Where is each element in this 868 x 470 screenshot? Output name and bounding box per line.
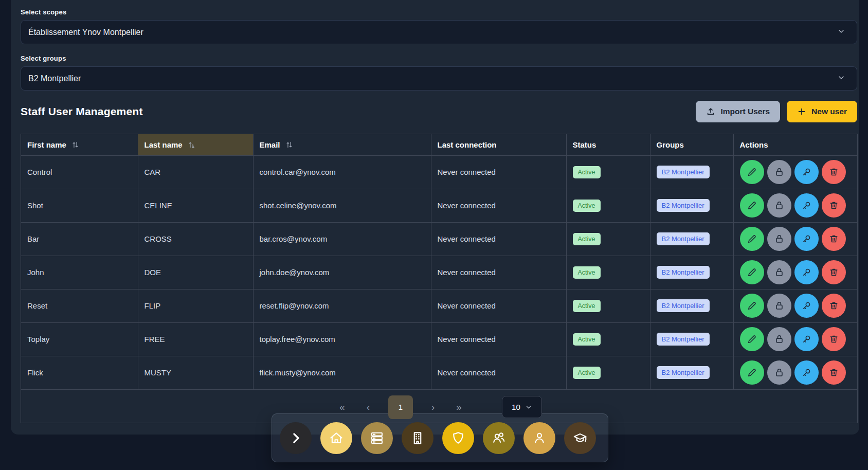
- dock-establishments-button[interactable]: [402, 422, 433, 454]
- delete-user-button[interactable]: [822, 160, 846, 184]
- delete-user-button[interactable]: [822, 294, 846, 318]
- reset-password-button[interactable]: [794, 193, 819, 218]
- pencil-icon: [747, 300, 757, 311]
- email-cell: control.car@ynov.com: [260, 168, 336, 176]
- last-connection-cell: Never connected: [438, 268, 496, 277]
- last-connection-cell: Never connected: [438, 335, 496, 344]
- table-row: John DOE john.doe@ynov.com Never connect…: [21, 256, 858, 289]
- reset-password-button[interactable]: [794, 360, 819, 385]
- group-badge: B2 Montpellier: [657, 266, 710, 279]
- dock-expand-button[interactable]: [280, 422, 312, 454]
- building-icon: [410, 430, 425, 446]
- email-cell: john.doe@ynov.com: [260, 268, 330, 277]
- first-page-button[interactable]: «: [336, 402, 348, 413]
- delete-user-button[interactable]: [822, 193, 846, 218]
- lock-user-button[interactable]: [767, 294, 791, 318]
- current-page-button[interactable]: 1: [388, 395, 413, 419]
- main-panel: Select scopes Établissement Ynov Montpel…: [11, 0, 859, 435]
- key-icon: [801, 367, 812, 378]
- sort-updown-icon: [285, 140, 294, 149]
- staff-table: First name Last name Email Last connecti…: [21, 134, 858, 423]
- next-page-button[interactable]: ›: [428, 402, 438, 413]
- new-user-button[interactable]: New user: [787, 101, 857, 122]
- dock-users-button[interactable]: [523, 422, 555, 454]
- lock-user-button[interactable]: [767, 193, 791, 218]
- upload-icon: [706, 107, 715, 116]
- import-users-button[interactable]: Import Users: [696, 101, 780, 122]
- edit-user-button[interactable]: [740, 294, 764, 318]
- edit-user-button[interactable]: [740, 327, 764, 351]
- reset-password-button[interactable]: [794, 294, 819, 318]
- previous-page-button[interactable]: ‹: [364, 402, 373, 413]
- last-name-cell: DOE: [144, 268, 161, 277]
- last-connection-cell: Never connected: [438, 301, 496, 310]
- last-page-button[interactable]: »: [453, 402, 465, 413]
- reset-password-button[interactable]: [794, 160, 819, 184]
- last-name-cell: CELINE: [144, 201, 172, 210]
- delete-user-button[interactable]: [822, 260, 846, 284]
- lock-user-button[interactable]: [767, 160, 791, 184]
- status-badge: Active: [573, 367, 601, 379]
- column-header-status: Status: [566, 134, 650, 155]
- key-icon: [801, 334, 812, 345]
- status-badge: Active: [573, 233, 601, 245]
- table-row: Flick MUSTY flick.musty@ynov.com Never c…: [21, 356, 858, 389]
- lock-user-button[interactable]: [767, 327, 791, 351]
- table-row: Shot CELINE shot.celine@ynov.com Never c…: [21, 189, 858, 222]
- table-row: Reset FLIP reset.flip@ynov.com Never con…: [21, 289, 858, 322]
- column-header-groups: Groups: [650, 134, 733, 155]
- dock-groups-button[interactable]: [483, 422, 515, 454]
- edit-user-button[interactable]: [740, 160, 764, 184]
- delete-user-button[interactable]: [822, 227, 846, 251]
- select-groups-label: Select groups: [21, 55, 857, 62]
- groups-select[interactable]: B2 Montpellier: [21, 66, 857, 91]
- pencil-icon: [747, 267, 757, 278]
- reset-password-button[interactable]: [794, 260, 819, 284]
- email-cell: flick.musty@ynov.com: [260, 368, 336, 377]
- last-name-cell: CROSS: [144, 234, 172, 243]
- last-connection-cell: Never connected: [438, 201, 496, 210]
- dock-servers-button[interactable]: [361, 422, 393, 454]
- column-header-last-name[interactable]: Last name: [138, 134, 253, 155]
- delete-user-button[interactable]: [822, 360, 846, 385]
- status-badge: Active: [573, 166, 601, 178]
- lock-icon: [774, 367, 785, 378]
- home-icon: [329, 430, 344, 446]
- last-connection-cell: Never connected: [438, 168, 496, 176]
- column-header-actions: Actions: [733, 134, 858, 155]
- lock-icon: [774, 300, 785, 311]
- edit-user-button[interactable]: [740, 360, 764, 385]
- reset-password-button[interactable]: [794, 227, 819, 251]
- page-size-select[interactable]: 10: [502, 396, 542, 418]
- dock-security-button[interactable]: [442, 422, 474, 454]
- scopes-select-value: Établissement Ynov Montpellier: [28, 28, 143, 37]
- edit-user-button[interactable]: [740, 193, 764, 218]
- edit-user-button[interactable]: [740, 260, 764, 284]
- status-badge: Active: [573, 333, 601, 346]
- trash-icon: [828, 200, 839, 211]
- delete-user-button[interactable]: [822, 327, 846, 351]
- last-name-cell: CAR: [144, 168, 161, 176]
- last-name-cell: FLIP: [144, 301, 161, 310]
- column-header-email[interactable]: Email: [253, 134, 431, 155]
- lock-user-button[interactable]: [767, 227, 791, 251]
- group-badge: B2 Montpellier: [657, 199, 710, 212]
- lock-user-button[interactable]: [767, 360, 791, 385]
- scopes-select[interactable]: Établissement Ynov Montpellier: [21, 20, 857, 44]
- group-badge: B2 Montpellier: [657, 366, 710, 379]
- groups-select-value: B2 Montpellier: [28, 74, 81, 83]
- table-row: Bar CROSS bar.cros@ynov.com Never connec…: [21, 222, 858, 256]
- table-row: Control CAR control.car@ynov.com Never c…: [21, 155, 858, 189]
- column-header-last-connection: Last connection: [431, 134, 566, 155]
- edit-user-button[interactable]: [740, 227, 764, 251]
- reset-password-button[interactable]: [794, 327, 819, 351]
- pencil-icon: [747, 334, 757, 345]
- sort-updown-icon: [71, 140, 80, 149]
- lock-user-button[interactable]: [767, 260, 791, 284]
- dock-students-button[interactable]: [564, 422, 596, 454]
- dock-home-button[interactable]: [320, 422, 352, 454]
- last-connection-cell: Never connected: [438, 234, 496, 243]
- column-header-first-name[interactable]: First name: [21, 134, 138, 155]
- status-badge: Active: [573, 200, 601, 212]
- chevron-down-icon: [837, 74, 845, 84]
